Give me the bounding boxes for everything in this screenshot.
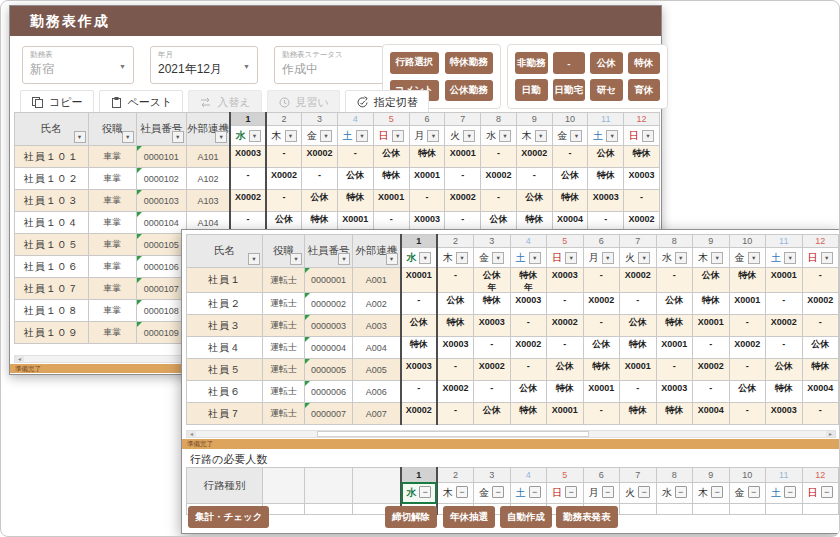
public-holiday-button[interactable]: 公休	[590, 52, 623, 74]
annual-leave-lottery-button[interactable]: 年休抽選	[443, 506, 495, 528]
collapse-toggle[interactable]: −	[821, 486, 833, 498]
scroll-left-arrow-icon[interactable]: ◄	[15, 356, 24, 362]
shift-cell[interactable]: X0002	[401, 403, 438, 425]
shift-cell[interactable]: -	[547, 337, 584, 359]
shift-cell[interactable]: X0003	[437, 337, 474, 359]
shift-cell[interactable]: -	[481, 190, 517, 212]
employee-id-cell[interactable]: 0000106	[136, 256, 186, 278]
auto-create-button[interactable]: 自動作成	[500, 506, 552, 528]
shift-cell[interactable]: 公休	[802, 337, 839, 359]
special-holiday-work-button[interactable]: 特休勤務	[445, 52, 494, 74]
shift-cell[interactable]: -	[510, 315, 547, 337]
shift-cell[interactable]: X0002	[437, 381, 474, 403]
shift-cell[interactable]: X0002	[510, 337, 547, 359]
shift-cell[interactable]: -	[337, 146, 373, 168]
field-month[interactable]: 年月2021年12月▼	[150, 46, 258, 84]
unlock-deadline-button[interactable]: 締切解除	[385, 506, 437, 528]
filter-dropdown-button[interactable]: ▼	[320, 130, 332, 142]
shift-cell[interactable]: 特休	[588, 168, 624, 190]
shift-cell[interactable]: X0001	[547, 403, 584, 425]
shift-cell[interactable]: X0003	[474, 315, 511, 337]
shift-cell[interactable]: -	[437, 268, 474, 293]
shift-cell[interactable]: X0004	[802, 381, 839, 403]
external-id-cell[interactable]: A007	[353, 403, 401, 425]
filter-dropdown-button[interactable]: ▼	[606, 130, 618, 142]
employee-id-cell[interactable]: 0000003	[305, 315, 353, 337]
employee-name-cell[interactable]: 社員６	[187, 381, 263, 403]
shift-cell[interactable]: X0002	[474, 359, 511, 381]
shift-cell[interactable]: -	[481, 146, 517, 168]
employee-name-cell[interactable]: 社員４	[187, 337, 263, 359]
filter-dropdown-button[interactable]: ▼	[638, 252, 650, 264]
filter-dropdown-button[interactable]: ▼	[565, 252, 577, 264]
shift-cell[interactable]: 特休	[620, 337, 657, 359]
shift-cell[interactable]: -	[583, 403, 620, 425]
shift-cell[interactable]: X0003	[401, 359, 438, 381]
shift-cell[interactable]: X0001	[373, 190, 409, 212]
shift-cell[interactable]: -	[656, 268, 693, 293]
shift-cell[interactable]: X0001	[409, 168, 445, 190]
special-holiday-button[interactable]: 特休	[628, 52, 661, 74]
collapse-toggle[interactable]: −	[675, 486, 687, 498]
shift-cell[interactable]: -	[583, 268, 620, 293]
shift-cell[interactable]: X0002	[802, 293, 839, 315]
external-id-cell[interactable]: A001	[353, 268, 401, 293]
horizontal-scrollbar[interactable]: ◄ ►	[186, 430, 836, 438]
employee-id-cell[interactable]: 0000006	[305, 381, 353, 403]
employee-name-cell[interactable]: 社員１０１	[15, 146, 89, 168]
shift-cell[interactable]: 特休	[547, 381, 584, 403]
shift-cell[interactable]: 公休	[656, 293, 693, 315]
shift-cell[interactable]: -	[401, 381, 438, 403]
scrollbar-thumb[interactable]	[317, 431, 589, 437]
shift-cell[interactable]: 特休	[337, 190, 373, 212]
employee-name-cell[interactable]: 社員２	[187, 293, 263, 315]
day-shift-home-button[interactable]: 日勤宅	[553, 79, 586, 101]
collapse-toggle[interactable]: −	[638, 486, 650, 498]
filter-dropdown-button[interactable]: ▼	[290, 253, 302, 265]
shift-cell[interactable]: 特休	[802, 359, 839, 381]
employee-name-cell[interactable]: 社員１０４	[15, 212, 89, 234]
employee-role-cell[interactable]: 運転士	[263, 315, 305, 337]
shift-cell[interactable]: -	[620, 293, 657, 315]
copy-button[interactable]: コピー	[20, 90, 94, 114]
external-id-cell[interactable]: A103	[186, 190, 230, 212]
shift-cell[interactable]: X0002	[230, 190, 266, 212]
shift-cell[interactable]: -	[302, 168, 338, 190]
employee-name-cell[interactable]: 社員７	[187, 403, 263, 425]
shift-cell[interactable]: X0001	[583, 381, 620, 403]
shift-cell[interactable]: -	[766, 293, 803, 315]
employee-name-cell[interactable]: 社員１０６	[15, 256, 89, 278]
collapse-toggle[interactable]: −	[784, 486, 796, 498]
shift-cell[interactable]: X0003	[656, 381, 693, 403]
employee-role-cell[interactable]: 運転士	[263, 268, 305, 293]
shift-cell[interactable]: -	[802, 315, 839, 337]
shift-cell[interactable]: 特休	[552, 190, 588, 212]
shift-cell[interactable]: -	[266, 190, 302, 212]
shift-cell[interactable]: -	[547, 293, 584, 315]
filter-dropdown-button[interactable]: ▼	[427, 130, 439, 142]
shift-cell[interactable]: -	[409, 190, 445, 212]
shift-cell[interactable]: -	[766, 337, 803, 359]
shift-cell[interactable]: 特休	[409, 146, 445, 168]
employee-role-cell[interactable]: 車掌	[88, 234, 136, 256]
employee-name-cell[interactable]: 社員１０９	[15, 322, 89, 344]
shift-cell[interactable]: 特休	[656, 315, 693, 337]
employee-id-cell[interactable]: 0000108	[136, 300, 186, 322]
publish-schedule-button[interactable]: 勤務表発表	[556, 506, 618, 528]
shift-cell[interactable]: -	[437, 403, 474, 425]
shift-cell[interactable]: 特休	[474, 293, 511, 315]
shift-cell[interactable]: -	[693, 381, 730, 403]
shift-cell[interactable]: -	[656, 359, 693, 381]
filter-dropdown-button[interactable]: ▼	[602, 252, 614, 264]
shift-cell[interactable]: 特休	[729, 268, 766, 293]
shift-cell[interactable]: 特休	[693, 293, 730, 315]
filter-dropdown-button[interactable]: ▼	[215, 131, 227, 143]
shift-cell[interactable]: -	[620, 381, 657, 403]
shift-cell[interactable]: 公休	[693, 268, 730, 293]
shift-cell[interactable]: 特休	[373, 168, 409, 190]
employee-id-cell[interactable]: 0000105	[136, 234, 186, 256]
shift-cell[interactable]: X0002	[481, 168, 517, 190]
filter-dropdown-button[interactable]: ▼	[675, 252, 687, 264]
day-shift-button[interactable]: 日勤	[515, 79, 548, 101]
collapse-toggle[interactable]: −	[419, 486, 431, 498]
